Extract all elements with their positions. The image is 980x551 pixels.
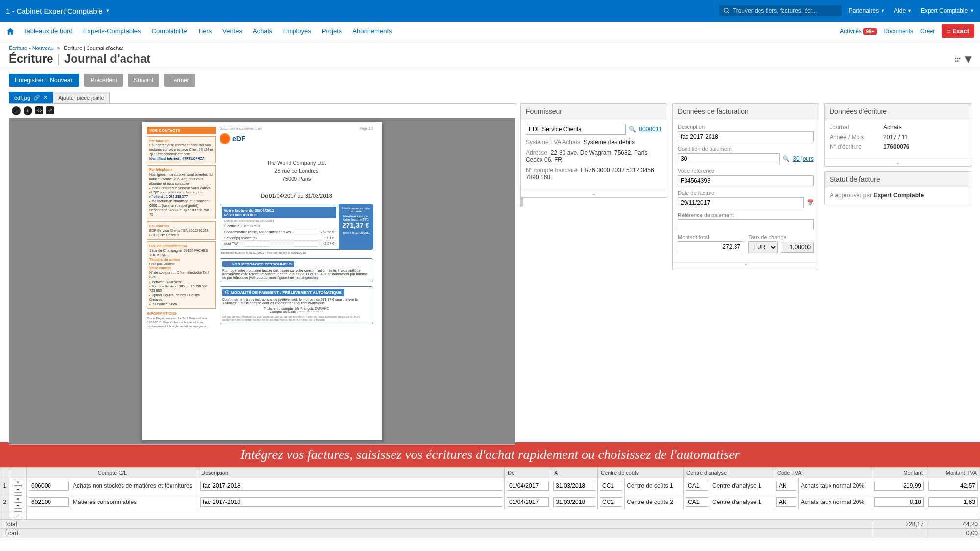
expand-toggle[interactable]: ⌄ <box>825 158 971 166</box>
payment-term-input[interactable] <box>678 153 780 164</box>
date-from-input[interactable] <box>507 497 549 507</box>
row-index: 1 <box>0 478 9 494</box>
doc-messages: ❗VOS MESSAGES PERSONNELS Pour que votre … <box>220 258 373 282</box>
next-button[interactable]: Suivant <box>128 74 159 87</box>
lookup-icon[interactable]: 🔍 <box>629 126 636 133</box>
entry-panel-title: Données d'écriture <box>825 104 971 119</box>
save-new-button[interactable]: Enregistrer + Nouveau <box>9 74 79 87</box>
exchange-rate-input <box>781 242 814 253</box>
th-desc[interactable]: Description <box>198 468 505 478</box>
th-cc[interactable]: Centre de coûts <box>598 468 684 478</box>
global-search[interactable] <box>719 5 842 16</box>
tab-attachment-file[interactable]: edf.jpg 🔗 ✕ <box>9 92 53 103</box>
line-desc-input[interactable] <box>200 497 502 507</box>
payment-term-link[interactable]: 30 jours <box>793 155 814 162</box>
vat-amount-input[interactable] <box>928 481 978 491</box>
tab-file-label: edf.jpg <box>14 95 30 101</box>
th-vat[interactable]: Code TVA <box>774 468 872 478</box>
nav-compta[interactable]: Comptabilité <box>152 27 187 35</box>
nav-tableaux[interactable]: Tableaux de bord <box>24 27 73 35</box>
billing-panel: Données de facturation Description Condi… <box>672 103 819 270</box>
calendar-icon[interactable]: 📅 <box>807 199 814 206</box>
amount-input[interactable] <box>874 481 924 491</box>
supplier-panel-title: Fournisseur <box>521 104 667 119</box>
date-to-input[interactable] <box>553 481 595 491</box>
th-ca[interactable]: Centre d'analyse <box>684 468 774 478</box>
doc-sidebar: VOS CONTACTS Par internet Pour gérer vot… <box>147 127 216 435</box>
delete-row-button[interactable]: × <box>14 495 22 502</box>
home-icon[interactable] <box>6 27 15 36</box>
doc-contacts-header: VOS CONTACTS <box>147 127 216 134</box>
entry-lines-table: Compte G/L Description De À Centre de co… <box>0 467 980 538</box>
th-from[interactable]: De <box>505 468 551 478</box>
nav-ventes[interactable]: Ventes <box>222 27 242 35</box>
settings-icon[interactable]: ▾ <box>954 52 971 66</box>
gl-code-input[interactable] <box>29 497 69 507</box>
cost-center-input[interactable] <box>600 481 622 491</box>
analysis-center-input[interactable] <box>686 497 708 507</box>
expand-toggle[interactable]: ⌃ <box>673 262 819 270</box>
gl-code-input[interactable] <box>29 481 69 491</box>
th-gl[interactable]: Compte G/L <box>27 468 198 478</box>
amount-input[interactable] <box>874 497 924 507</box>
zoom-in-icon[interactable]: + <box>24 106 32 115</box>
top-links: Partenaires▼ Aide▼ Expert Comptable▼ <box>849 7 974 14</box>
doc-lieu-box: Lieu de consommation 1 rue de Champagne,… <box>147 241 216 309</box>
doc-internet-box: Par internet Pour gérer votre contrat et… <box>147 136 216 163</box>
date-from-input[interactable] <box>507 481 549 491</box>
currency-select[interactable]: EUR <box>748 241 778 253</box>
nav-achats[interactable]: Achats <box>253 27 272 35</box>
analysis-center-input[interactable] <box>686 481 708 491</box>
vat-amount-input[interactable] <box>928 497 978 507</box>
date-to-input[interactable] <box>553 497 595 507</box>
nav-tiers[interactable]: Tiers <box>198 27 212 35</box>
zoom-out-icon[interactable]: − <box>12 106 21 115</box>
vat-code-input[interactable] <box>776 481 796 491</box>
svg-line-1 <box>728 12 729 13</box>
fit-page-icon[interactable]: ⤢ <box>46 106 54 114</box>
edf-logo: eDF <box>220 133 373 144</box>
search-icon <box>723 7 730 14</box>
nav-abonnements[interactable]: Abonnements <box>352 27 392 35</box>
th-to[interactable]: À <box>551 468 598 478</box>
th-amt[interactable]: Montant <box>872 468 926 478</box>
supplier-code-link[interactable]: 0000011 <box>639 126 662 133</box>
th-vatamt[interactable]: Montant TVA <box>926 468 980 478</box>
partners-menu[interactable]: Partenaires▼ <box>849 7 885 14</box>
create-link[interactable]: Créer <box>920 28 935 35</box>
add-line-row: + <box>0 510 980 520</box>
activities-link[interactable]: Activités 99+ <box>840 28 877 35</box>
lookup-icon[interactable]: 🔍 <box>783 155 790 162</box>
nav-experts[interactable]: Experts-Comptables <box>83 27 141 35</box>
total-amount-input[interactable] <box>678 241 743 252</box>
expand-toggle[interactable]: ⌄ <box>521 190 667 197</box>
nav-projets[interactable]: Projets <box>322 27 342 35</box>
payment-reference-input[interactable] <box>678 219 814 230</box>
close-button[interactable]: Fermer <box>164 74 195 87</box>
nav-employes[interactable]: Employés <box>283 27 311 35</box>
fit-width-icon[interactable]: ⇔ <box>35 106 43 114</box>
line-desc-input[interactable] <box>200 481 502 491</box>
attachment-tabs: edf.jpg 🔗 ✕ Ajouter pièce jointe <box>0 92 980 103</box>
add-row-button[interactable]: + <box>14 486 22 493</box>
user-menu[interactable]: Expert Comptable▼ <box>921 7 974 14</box>
billing-desc-input[interactable] <box>678 131 814 142</box>
your-reference-input[interactable] <box>678 175 814 186</box>
delete-row-button[interactable]: × <box>14 479 22 486</box>
supplier-name-input[interactable] <box>526 124 626 135</box>
add-row-button[interactable]: + <box>14 502 22 509</box>
invoice-date-input[interactable] <box>678 197 804 208</box>
activity-badge: 99+ <box>863 28 877 35</box>
documents-link[interactable]: Documents <box>883 28 913 35</box>
breadcrumb-root[interactable]: Écriture - Nouveau <box>9 45 54 51</box>
company-selector[interactable]: 1 - Cabinet Expert Comptable ▼ <box>6 7 110 15</box>
cost-center-input[interactable] <box>600 497 622 507</box>
add-line-button[interactable]: + <box>14 511 22 518</box>
help-menu[interactable]: Aide▼ <box>894 7 912 14</box>
doc-viewport[interactable]: VOS CONTACTS Par internet Pour gérer vot… <box>9 118 515 444</box>
close-icon[interactable]: ✕ <box>43 95 48 101</box>
tab-add-attachment[interactable]: Ajouter pièce jointe <box>53 92 110 103</box>
prev-button[interactable]: Précédent <box>84 74 123 87</box>
search-input[interactable] <box>733 7 838 14</box>
vat-code-input[interactable] <box>776 497 796 507</box>
